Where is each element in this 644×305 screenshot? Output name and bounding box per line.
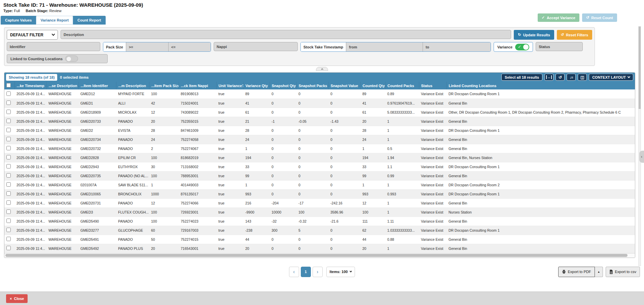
column-header-5[interactable]: ...ck Item Nappi [179, 82, 216, 89]
column-header-2[interactable]: ...Item Identifier [78, 82, 116, 89]
table-cell: 5.08333333333... [385, 108, 419, 117]
reload-results-button[interactable]: ↺ [556, 74, 565, 81]
table-row[interactable]: 2025-09-09 11:4...WAREHOUSEGMED10065BRON… [4, 189, 635, 198]
export-pdf-button[interactable]: Export to PDF [558, 267, 595, 277]
table-row[interactable]: 2025-09-09 11:4...WAREHOUSEGMED20732PANA… [4, 144, 635, 153]
select-all-checkbox[interactable] [6, 83, 11, 87]
column-header-13[interactable]: Status [419, 82, 446, 89]
column-header-9[interactable]: Snapshot Packs [296, 82, 328, 89]
table-cell: true [216, 162, 243, 171]
vertical-scrollbar[interactable] [638, 26, 641, 266]
row-checkbox[interactable] [6, 200, 11, 205]
row-checkbox[interactable] [6, 182, 11, 187]
table-row[interactable]: 2025-09-09 11:4...WAREHOUSEGMED20733PANA… [4, 117, 635, 126]
row-checkbox[interactable] [6, 137, 11, 141]
column-header-1[interactable]: ...se Description [46, 82, 78, 89]
table-row[interactable]: 2025-09-09 11:4...WAREHOUSEGMED12MYPAID … [4, 89, 635, 99]
undo-icon: ↺ [561, 33, 564, 37]
row-checkbox[interactable] [6, 173, 11, 178]
filter-preset-select[interactable]: DEFAULT FILTER [7, 30, 58, 40]
export-csv-button[interactable]: Export to csv [606, 267, 640, 277]
export-pdf-options-button[interactable]: ▲ [595, 267, 603, 277]
row-checkbox[interactable] [6, 91, 11, 96]
row-checkbox[interactable] [6, 119, 11, 123]
row-checkbox[interactable] [6, 101, 11, 105]
next-page-button[interactable]: › [313, 267, 323, 277]
column-header-7[interactable]: Variance Qty [243, 82, 270, 89]
context-layout-dropdown[interactable]: CONTEXT LAYOUT [589, 74, 633, 81]
prev-page-button[interactable]: ‹ [289, 267, 299, 277]
linked-locations-toggle[interactable] [65, 55, 78, 62]
reset-filters-button[interactable]: ↺ Reset Filters [557, 30, 592, 40]
timestamp-from-input[interactable] [346, 42, 423, 51]
reset-count-button[interactable]: ↺ Reset Count [582, 13, 617, 22]
status-filter-input[interactable] [536, 42, 583, 51]
table-row[interactable]: 2025-09-09 11:4...WAREHOUSEGMED5490PANAD… [4, 217, 635, 226]
description-filter-input[interactable] [61, 30, 511, 39]
table-row[interactable]: 2025-09-09 11:4...WAREHOUSEGMED20735PANA… [4, 171, 635, 180]
table-row[interactable]: 2025-09-09 11:4...WAREHOUSEGMED20734PANA… [4, 135, 635, 144]
column-header-10[interactable]: Snapshot Value [328, 82, 360, 89]
row-checkbox[interactable] [6, 219, 11, 223]
autofit-columns-button[interactable]: ↔ [544, 74, 553, 81]
tab-count-report[interactable]: Count Report [73, 16, 105, 25]
results-count-tab[interactable]: Showing 18 results (of 18) [6, 74, 57, 81]
table-row[interactable]: 2025-09-09 11:4...WAREHOUSEGMED3277GLUCO… [4, 226, 635, 235]
column-header-8[interactable]: Snapshot Qty [270, 82, 296, 89]
table-cell: 41 [360, 99, 385, 108]
sort-button[interactable]: ↓≡ [567, 74, 576, 81]
current-page-button[interactable]: 1 [301, 267, 311, 277]
column-header-0[interactable]: ...ke Timestamp [14, 82, 46, 89]
row-checkbox[interactable] [6, 237, 11, 241]
collapse-filters-handle[interactable] [316, 67, 328, 71]
items-per-page-select[interactable]: Items: 100 [326, 267, 355, 277]
table-row[interactable]: 2025-09-09 11:4...WAREHOUSEGMED2EVISTA28… [4, 126, 635, 135]
row-checkbox[interactable] [6, 209, 11, 214]
table-cell: 2025-09-09 11:4... [14, 162, 46, 171]
pack-size-gte-input[interactable] [126, 42, 168, 51]
column-header-6[interactable]: Unit Variance? [216, 82, 243, 89]
table-cell: 876135017 [179, 189, 216, 198]
row-checkbox[interactable] [6, 146, 11, 150]
row-checkbox[interactable] [6, 128, 11, 132]
variance-toggle[interactable]: ✓ [515, 44, 529, 50]
table-row[interactable]: 2025-09-09 11:4...WAREHOUSE0201007ASAW B… [4, 180, 635, 189]
scrollbar-thumb[interactable] [639, 27, 641, 109]
table-row[interactable]: 2025-09-09 11:4...WAREHOUSEGMED2828EPILI… [4, 153, 635, 162]
nappi-filter-input[interactable] [214, 42, 298, 51]
table-cell: 0 [328, 144, 360, 153]
table-row[interactable]: 2025-09-09 11:4...WAREHOUSEGMED3FLUTEX C… [4, 207, 635, 217]
timestamp-to-input[interactable] [423, 42, 491, 51]
update-results-button[interactable]: ↻ Update Results [514, 30, 554, 40]
table-row[interactable]: 2025-09-09 11:4...WAREHOUSEGMED20731PANA… [4, 198, 635, 207]
column-header-14[interactable]: Linked Counting Locations [446, 82, 635, 89]
table-row[interactable]: 2025-09-09 11:4...WAREHOUSEGMED1ALLI4271… [4, 99, 635, 108]
column-header-4[interactable]: ...Item Pack Size [149, 82, 179, 89]
row-checkbox[interactable] [6, 191, 11, 196]
table-row[interactable]: 2025-09-09 11:4...WAREHOUSEGMED5491PANAD… [4, 235, 635, 244]
tab-variance-report[interactable]: Variance Report [36, 16, 73, 25]
table-row[interactable]: 2025-09-09 11:4...WAREHOUSEGMED5492PANAD… [4, 244, 635, 253]
horizontal-scrollbar[interactable] [4, 253, 635, 258]
column-settings-button[interactable]: ◫ [578, 74, 587, 81]
table-row[interactable]: 2025-09-09 11:4...WAREHOUSEGMED18909MICR… [4, 108, 635, 117]
pack-size-lte-input[interactable] [168, 42, 211, 51]
row-checkbox[interactable] [6, 155, 11, 159]
row-checkbox[interactable] [6, 110, 11, 114]
close-button[interactable]: × Close [6, 294, 28, 303]
side-panel-collapse-handle[interactable]: ‹ [639, 151, 644, 163]
table-row[interactable]: 2025-09-09 11:4...WAREHOUSEGMED2943EUTHY… [4, 162, 635, 171]
select-all-button[interactable]: Select all 18 results [501, 74, 542, 81]
table-cell: General Bin [446, 117, 635, 126]
column-header-12[interactable]: Counted Packs [385, 82, 419, 89]
accept-variance-button[interactable]: ✓ Accept Variance [538, 13, 579, 22]
row-checkbox[interactable] [6, 228, 11, 232]
column-header-11[interactable]: Counted Qty [360, 82, 385, 89]
row-checkbox[interactable] [6, 164, 11, 168]
table-cell: 111 [360, 217, 385, 226]
row-checkbox[interactable] [6, 246, 11, 250]
column-header-3[interactable]: ...m Description [116, 82, 149, 89]
scrollbar-thumb[interactable] [5, 254, 628, 257]
identifier-filter-input[interactable] [7, 42, 100, 51]
tab-capture-values[interactable]: Capture Values [1, 16, 36, 25]
